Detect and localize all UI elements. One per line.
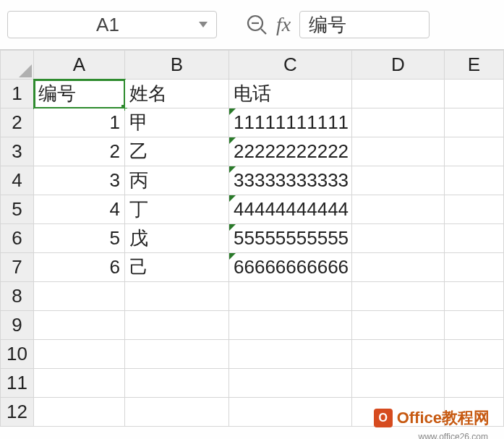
cell-A8[interactable] [34, 282, 125, 311]
cell-D7[interactable] [352, 253, 445, 282]
cell-B8[interactable] [125, 282, 229, 311]
col-header-D[interactable]: D [352, 51, 445, 80]
row-header[interactable]: 5 [1, 195, 34, 224]
col-header-E[interactable]: E [445, 51, 504, 80]
cell-B9[interactable] [125, 311, 229, 340]
cell-C8[interactable] [229, 282, 352, 311]
row-header[interactable]: 9 [1, 311, 34, 340]
cell-E3[interactable] [445, 137, 504, 166]
cell-C7[interactable]: 66666666666 [229, 253, 352, 282]
cell-D10[interactable] [352, 340, 445, 369]
name-box[interactable]: A1 [7, 11, 217, 38]
formula-bar-value: 编号 [309, 12, 346, 38]
fx-area: fx 编号 [246, 11, 497, 38]
row-header[interactable]: 12 [1, 398, 34, 427]
cell-E2[interactable] [445, 108, 504, 137]
cell-A9[interactable] [34, 311, 125, 340]
select-all-corner[interactable] [1, 51, 34, 80]
cell-A6[interactable]: 5 [34, 224, 125, 253]
cell-C2[interactable]: 11111111111 [229, 108, 352, 137]
cell-A7[interactable]: 6 [34, 253, 125, 282]
cell-C11[interactable] [229, 369, 352, 398]
watermark-url: www.office26.com [419, 432, 489, 439]
cell-B3[interactable]: 乙 [125, 137, 229, 166]
row-header[interactable]: 7 [1, 253, 34, 282]
watermark-brand: Office教程网 [397, 407, 490, 429]
row-header[interactable]: 8 [1, 282, 34, 311]
cell-D11[interactable] [352, 369, 445, 398]
col-header-C[interactable]: C [229, 51, 352, 80]
row-header[interactable]: 1 [1, 80, 34, 108]
cell-D3[interactable] [352, 137, 445, 166]
cell-B6[interactable]: 戊 [125, 224, 229, 253]
watermark-badge-icon: O [374, 409, 393, 427]
cell-A3[interactable]: 2 [34, 137, 125, 166]
cell-B11[interactable] [125, 369, 229, 398]
formula-bar[interactable]: 编号 [299, 11, 430, 38]
cell-B5[interactable]: 丁 [125, 195, 229, 224]
cell-B12[interactable] [125, 398, 229, 427]
cell-E10[interactable] [445, 340, 504, 369]
cell-B2[interactable]: 甲 [125, 108, 229, 137]
row-header[interactable]: 11 [1, 369, 34, 398]
cell-C1[interactable]: 电话 [229, 80, 352, 108]
cell-A5[interactable]: 4 [34, 195, 125, 224]
cell-A10[interactable] [34, 340, 125, 369]
cell-C10[interactable] [229, 340, 352, 369]
cell-D9[interactable] [352, 311, 445, 340]
fx-icon[interactable]: fx [276, 13, 291, 36]
col-header-A[interactable]: A [34, 51, 125, 80]
cell-A12[interactable] [34, 398, 125, 427]
cell-D1[interactable] [352, 80, 445, 108]
row-header[interactable]: 3 [1, 137, 34, 166]
cell-B1[interactable]: 姓名 [125, 80, 229, 108]
spreadsheet-grid[interactable]: A B C D E 1 编号 姓名 电话 2 1 甲 11111111111 3… [0, 50, 504, 427]
cell-D8[interactable] [352, 282, 445, 311]
name-box-value: A1 [17, 14, 199, 36]
cell-D4[interactable] [352, 166, 445, 195]
cell-D5[interactable] [352, 195, 445, 224]
cell-E9[interactable] [445, 311, 504, 340]
cell-C6[interactable]: 55555555555 [229, 224, 352, 253]
cell-E4[interactable] [445, 166, 504, 195]
cell-B10[interactable] [125, 340, 229, 369]
cell-E11[interactable] [445, 369, 504, 398]
row-header[interactable]: 10 [1, 340, 34, 369]
chevron-down-icon [199, 22, 208, 27]
cell-C12[interactable] [229, 398, 352, 427]
cell-A11[interactable] [34, 369, 125, 398]
zoom-icon[interactable] [246, 14, 268, 35]
cell-C3[interactable]: 22222222222 [229, 137, 352, 166]
cell-E5[interactable] [445, 195, 504, 224]
row-header[interactable]: 4 [1, 166, 34, 195]
svg-line-1 [261, 29, 266, 34]
col-header-B[interactable]: B [125, 51, 229, 80]
watermark: O Office教程网 [374, 407, 490, 429]
formula-toolbar: A1 fx 编号 [0, 0, 504, 50]
cell-A2[interactable]: 1 [34, 108, 125, 137]
cell-C4[interactable]: 33333333333 [229, 166, 352, 195]
cell-B7[interactable]: 己 [125, 253, 229, 282]
cell-E1[interactable] [445, 80, 504, 108]
cell-C9[interactable] [229, 311, 352, 340]
cell-A4[interactable]: 3 [34, 166, 125, 195]
row-header[interactable]: 2 [1, 108, 34, 137]
cell-A1[interactable]: 编号 [34, 80, 125, 108]
cell-E8[interactable] [445, 282, 504, 311]
row-header[interactable]: 6 [1, 224, 34, 253]
cell-E6[interactable] [445, 224, 504, 253]
cell-D2[interactable] [352, 108, 445, 137]
cell-B4[interactable]: 丙 [125, 166, 229, 195]
cell-E7[interactable] [445, 253, 504, 282]
cell-D6[interactable] [352, 224, 445, 253]
cell-C5[interactable]: 44444444444 [229, 195, 352, 224]
